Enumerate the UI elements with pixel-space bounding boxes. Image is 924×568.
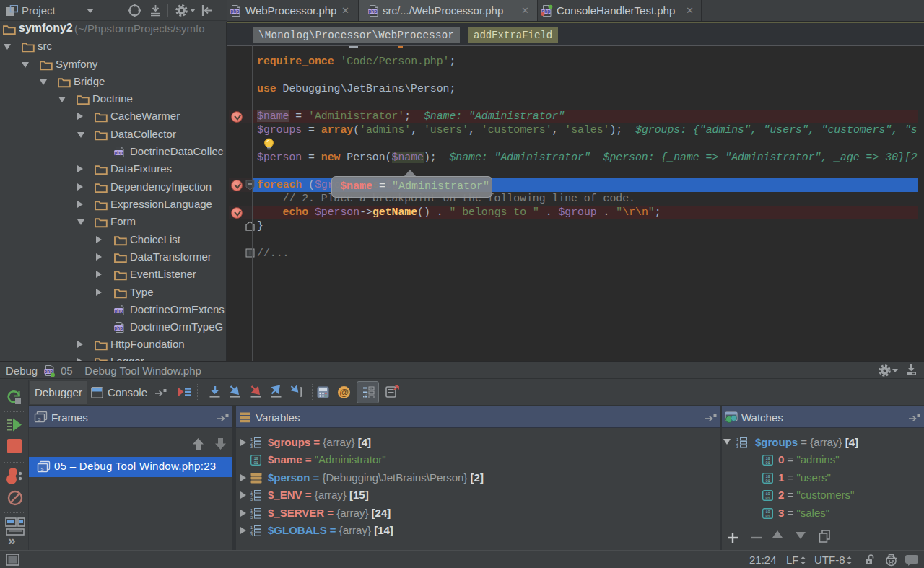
svg-text:01: 01 bbox=[765, 461, 770, 466]
svg-text:3: 3 bbox=[250, 445, 253, 448]
svg-text:3: 3 bbox=[250, 515, 253, 519]
svg-text:01: 01 bbox=[765, 515, 770, 519]
svg-text:php: php bbox=[114, 325, 123, 331]
svg-text:3: 3 bbox=[250, 533, 253, 536]
svg-text:3: 3 bbox=[250, 497, 253, 501]
svg-text:php: php bbox=[368, 9, 377, 14]
svg-text:s: s bbox=[40, 466, 44, 472]
svg-text:01: 01 bbox=[253, 461, 258, 466]
svg-text:s: s bbox=[38, 416, 41, 422]
svg-text:3: 3 bbox=[736, 445, 738, 448]
svg-text:php: php bbox=[114, 150, 123, 156]
svg-text:php: php bbox=[230, 9, 239, 14]
svg-text:01: 01 bbox=[765, 479, 770, 484]
svg-text:01: 01 bbox=[765, 497, 770, 501]
svg-text:php: php bbox=[114, 308, 123, 314]
